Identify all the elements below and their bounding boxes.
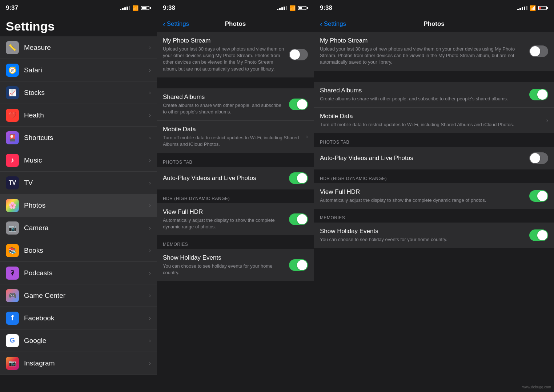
measure-chevron: › bbox=[149, 44, 151, 51]
middle-photo-stream-thumb bbox=[290, 49, 300, 60]
middle-mobile-data-item[interactable]: Mobile Data Turn off mobile data to rest… bbox=[157, 121, 314, 153]
right-shared-albums-title: Shared Albums bbox=[320, 87, 525, 94]
middle-hdr-content: View Full HDR Automatically adjust the d… bbox=[163, 208, 285, 230]
settings-item-facebook[interactable]: f Facebook › bbox=[0, 307, 157, 329]
gamecenter-icon: 🎮 bbox=[6, 289, 19, 302]
settings-item-books[interactable]: 📚 Books › bbox=[0, 239, 157, 262]
battery-icon bbox=[141, 6, 151, 10]
stocks-label: Stocks bbox=[24, 89, 149, 97]
middle-shared-albums-item[interactable]: Shared Albums Create albums to share wit… bbox=[157, 88, 314, 121]
settings-item-camera[interactable]: 📷 Camera › bbox=[0, 217, 157, 239]
settings-item-photos[interactable]: 🌸 Photos › bbox=[0, 194, 157, 217]
settings-title: Settings bbox=[6, 19, 55, 33]
instagram-icon: 📷 bbox=[6, 357, 19, 370]
safari-chevron: › bbox=[149, 67, 151, 73]
middle-photo-stream-toggle[interactable] bbox=[289, 49, 308, 60]
right-mobile-data-item[interactable]: Mobile Data Turn off mobile data to rest… bbox=[314, 108, 554, 133]
watermark: www.debugq.com bbox=[522, 385, 551, 389]
middle-mobile-data-title: Mobile Data bbox=[163, 126, 302, 133]
right-holiday-toggle[interactable] bbox=[529, 229, 548, 241]
settings-item-music[interactable]: ♪ Music › bbox=[0, 149, 157, 172]
right-photos-tab-label: PHOTOS TAB bbox=[314, 134, 554, 147]
left-time: 9:37 bbox=[6, 4, 18, 12]
middle-memories-label: MEMORIES bbox=[157, 236, 314, 249]
right-nav-content: ‹ Settings Photos bbox=[314, 16, 554, 32]
stocks-chevron: › bbox=[149, 89, 151, 96]
measure-label: Measure bbox=[24, 44, 149, 52]
middle-signal-icon bbox=[277, 6, 287, 10]
right-photo-stream-title: My Photo Stream bbox=[320, 37, 525, 44]
settings-item-safari[interactable]: 🧭 Safari › bbox=[0, 59, 157, 81]
settings-item-google[interactable]: G Google › bbox=[0, 329, 157, 352]
middle-hdr-item[interactable]: View Full HDR Automatically adjust the d… bbox=[157, 203, 314, 235]
right-holiday-desc: You can choose to see holiday events for… bbox=[320, 236, 525, 243]
middle-back-button[interactable]: ‹ Settings bbox=[163, 20, 189, 28]
settings-item-podcasts[interactable]: 🎙 Podcasts › bbox=[0, 262, 157, 284]
middle-shared-albums-thumb bbox=[297, 99, 307, 109]
middle-mobile-data-chevron: › bbox=[306, 133, 308, 140]
right-holiday-item[interactable]: Show Holiday Events You can choose to se… bbox=[314, 223, 554, 248]
right-holiday-group: Show Holiday Events You can choose to se… bbox=[314, 223, 554, 248]
books-chevron: › bbox=[149, 247, 151, 254]
right-hdr-item[interactable]: View Full HDR Automatically adjust the d… bbox=[314, 183, 554, 209]
right-photo-stream-toggle[interactable] bbox=[529, 45, 548, 57]
middle-holiday-item[interactable]: Show Holiday Events You can choose to se… bbox=[157, 249, 314, 281]
settings-item-shortcuts[interactable]: 🎴 Shortcuts › bbox=[0, 127, 157, 149]
settings-item-health[interactable]: ❤️ Health › bbox=[0, 104, 157, 127]
right-autoplay-thumb bbox=[530, 153, 540, 163]
right-signal-icon bbox=[517, 6, 527, 10]
camera-chevron: › bbox=[149, 225, 151, 231]
middle-panel-content: My Photo Stream Upload your last 30 days… bbox=[157, 32, 314, 392]
right-photos-panel: 9:38 📶 ‹ bbox=[314, 0, 554, 392]
middle-photo-stream-item[interactable]: My Photo Stream Upload your last 30 days… bbox=[157, 32, 314, 77]
right-shared-albums-item[interactable]: Shared Albums Create albums to share wit… bbox=[314, 82, 554, 108]
right-panel-content: My Photo Stream Upload your last 30 days… bbox=[314, 32, 554, 392]
settings-item-measure[interactable]: 📏 Measure › bbox=[0, 36, 157, 59]
gamecenter-label: Game Center bbox=[24, 292, 149, 300]
right-back-button[interactable]: ‹ Settings bbox=[320, 20, 346, 28]
right-status-bar: 9:38 📶 bbox=[314, 0, 554, 16]
middle-back-chevron: ‹ bbox=[163, 20, 165, 28]
middle-autoplay-item[interactable]: Auto-Play Videos and Live Photos bbox=[157, 167, 314, 189]
books-icon: 📚 bbox=[6, 244, 19, 257]
shortcuts-icon: 🎴 bbox=[6, 131, 19, 144]
gamecenter-chevron: › bbox=[149, 292, 151, 299]
shortcuts-label: Shortcuts bbox=[24, 134, 149, 142]
right-shared-albums-toggle[interactable] bbox=[529, 89, 548, 100]
middle-autoplay-group: Auto-Play Videos and Live Photos bbox=[157, 167, 314, 189]
settings-item-stocks[interactable]: 📈 Stocks › bbox=[0, 81, 157, 104]
right-autoplay-item[interactable]: Auto-Play Videos and Live Photos bbox=[314, 147, 554, 169]
right-hdr-toggle[interactable] bbox=[529, 190, 548, 202]
middle-hdr-desc: Automatically adjust the display to show… bbox=[163, 217, 285, 230]
right-autoplay-content: Auto-Play Videos and Live Photos bbox=[320, 155, 525, 162]
right-hdr-content: View Full HDR Automatically adjust the d… bbox=[320, 188, 525, 204]
middle-hdr-group: View Full HDR Automatically adjust the d… bbox=[157, 203, 314, 235]
right-hdr-label: HDR (HIGH DYNAMIC RANGE) bbox=[314, 170, 554, 183]
settings-item-gamecenter[interactable]: 🎮 Game Center › bbox=[0, 284, 157, 307]
music-label: Music bbox=[24, 156, 149, 164]
right-hdr-desc: Automatically adjust the display to show… bbox=[320, 197, 525, 204]
right-autoplay-toggle[interactable] bbox=[529, 152, 548, 164]
middle-photos-panel: 9:38 📶 ‹ bbox=[157, 0, 314, 392]
settings-item-tv[interactable]: TV TV › bbox=[0, 172, 157, 194]
middle-photo-stream-content: My Photo Stream Upload your last 30 days… bbox=[163, 37, 285, 72]
middle-status-bar: 9:38 📶 bbox=[157, 0, 314, 16]
middle-hdr-toggle[interactable] bbox=[289, 213, 308, 225]
settings-item-instagram[interactable]: 📷 Instagram › bbox=[0, 352, 157, 375]
middle-autoplay-toggle[interactable] bbox=[289, 172, 308, 184]
middle-holiday-desc: You can choose to see holiday events for… bbox=[163, 263, 285, 276]
right-shared-albums-thumb bbox=[537, 89, 547, 100]
middle-battery-icon bbox=[298, 6, 308, 10]
right-shared-albums-desc: Create albums to share with other people… bbox=[320, 96, 525, 102]
facebook-chevron: › bbox=[149, 315, 151, 321]
middle-autoplay-thumb bbox=[297, 173, 307, 183]
middle-holiday-group: Show Holiday Events You can choose to se… bbox=[157, 249, 314, 281]
camera-icon: 📷 bbox=[6, 221, 19, 235]
middle-holiday-toggle[interactable] bbox=[289, 259, 308, 271]
right-photo-stream-desc: Upload your last 30 days of new photos a… bbox=[320, 46, 525, 66]
right-photo-stream-item[interactable]: My Photo Stream Upload your last 30 days… bbox=[314, 32, 554, 71]
tv-label: TV bbox=[24, 179, 149, 187]
right-battery-icon bbox=[538, 6, 548, 10]
middle-shared-albums-toggle[interactable] bbox=[289, 99, 308, 110]
middle-status-icons: 📶 bbox=[277, 5, 308, 11]
